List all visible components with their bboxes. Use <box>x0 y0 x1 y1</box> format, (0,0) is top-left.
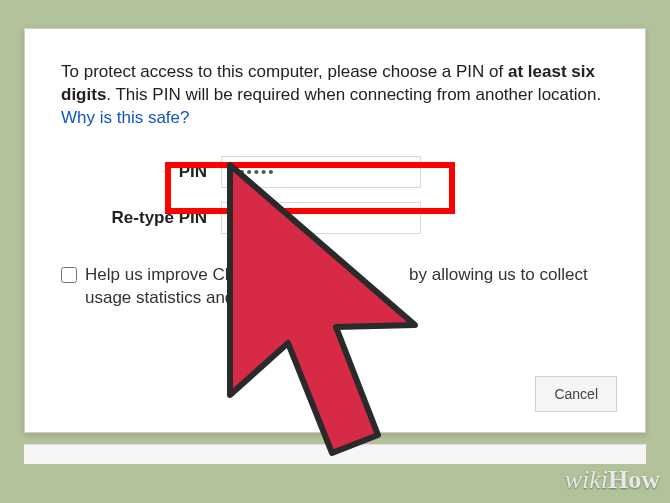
bottom-strip <box>24 444 646 464</box>
retype-pin-label: Re-type PIN <box>61 208 221 228</box>
stats-checkbox-row: Help us improve Chrome Remote Desktop by… <box>61 264 609 310</box>
pin-setup-dialog: To protect access to this computer, plea… <box>24 28 646 433</box>
pin-label: PIN <box>61 162 221 182</box>
dialog-content: To protect access to this computer, plea… <box>25 29 645 330</box>
desc-part2: . This PIN will be required when connect… <box>106 85 601 104</box>
desc-part1: To protect access to this computer, plea… <box>61 62 508 81</box>
dialog-buttons: OK Cancel <box>455 376 617 412</box>
cb-part1: Help us improve Chrome Re <box>85 265 299 284</box>
pin-row: PIN <box>61 156 609 188</box>
description-text: To protect access to this computer, plea… <box>61 61 609 130</box>
stats-checkbox[interactable] <box>61 267 77 283</box>
pin-form: PIN Re-type PIN <box>61 156 609 234</box>
watermark: wikiHow <box>565 465 660 495</box>
cancel-button[interactable]: Cancel <box>535 376 617 412</box>
retype-pin-row: Re-type PIN <box>61 202 609 234</box>
retype-pin-input[interactable] <box>221 202 421 234</box>
pin-input[interactable] <box>221 156 421 188</box>
watermark-how: How <box>608 465 660 494</box>
why-safe-link[interactable]: Why is this safe? <box>61 108 190 127</box>
stats-checkbox-label: Help us improve Chrome Remote Desktop by… <box>85 264 609 310</box>
watermark-wiki: wiki <box>565 465 608 494</box>
